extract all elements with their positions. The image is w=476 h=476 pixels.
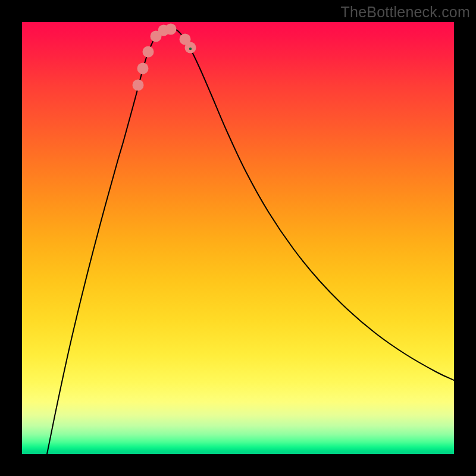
data-marker [143, 46, 154, 58]
data-marker [165, 24, 177, 35]
chart-svg [22, 22, 454, 454]
data-marker-inner [189, 48, 192, 50]
data-marker [180, 34, 191, 45]
data-marker [133, 80, 144, 91]
curve-group [47, 28, 454, 454]
plot-area [22, 22, 454, 454]
watermark-text: TheBottleneck.com [341, 4, 470, 21]
bottleneck-curve [47, 28, 454, 454]
marker-group [133, 24, 196, 91]
data-marker [137, 63, 149, 74]
chart-frame: TheBottleneck.com [0, 0, 476, 476]
